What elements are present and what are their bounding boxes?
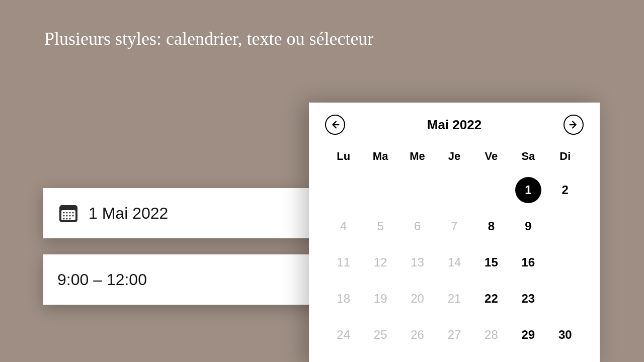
calendar-empty-cell <box>547 244 584 281</box>
calendar-day[interactable]: 9 <box>510 208 546 244</box>
calendar-day[interactable]: 22 <box>473 281 510 317</box>
calendar-day[interactable]: 8 <box>473 208 510 244</box>
calendar-empty-cell <box>473 172 510 208</box>
svg-point-11 <box>66 218 67 219</box>
calendar-empty-cell <box>436 172 472 208</box>
calendar-day[interactable]: 13 <box>399 244 436 281</box>
calendar-day[interactable]: 16 <box>510 244 546 281</box>
svg-point-2 <box>63 212 64 213</box>
weekday-header: Je <box>436 144 472 172</box>
calendar-day[interactable]: 14 <box>436 244 472 281</box>
svg-point-7 <box>66 215 67 216</box>
calendar-header: Mai 2022 <box>325 115 584 135</box>
calendar-empty-cell <box>547 208 584 244</box>
calendar-day[interactable]: 27 <box>436 317 472 353</box>
calendar-day[interactable]: 25 <box>362 317 398 353</box>
svg-point-9 <box>72 215 73 216</box>
svg-point-5 <box>72 212 73 213</box>
calendar-empty-cell <box>547 281 584 317</box>
svg-point-6 <box>63 215 64 216</box>
calendar-day[interactable]: 28 <box>473 317 510 353</box>
next-month-button[interactable] <box>564 115 584 135</box>
calendar-day[interactable]: 4 <box>325 208 362 244</box>
weekday-header: Ma <box>362 144 398 172</box>
time-value: 9:00 – 12:00 <box>57 270 329 289</box>
calendar-day[interactable]: 12 <box>362 244 398 281</box>
calendar-day[interactable]: 30 <box>547 317 584 353</box>
calendar-month-label: Mai 2022 <box>427 117 481 133</box>
calendar-day[interactable]: 2 <box>547 172 584 208</box>
calendar-day[interactable]: 19 <box>362 281 398 317</box>
calendar-day[interactable]: 29 <box>510 317 546 353</box>
calendar-day[interactable]: 21 <box>436 281 472 317</box>
calendar-day[interactable]: 7 <box>436 208 472 244</box>
calendar-day[interactable]: 26 <box>399 317 436 353</box>
calendar-day[interactable]: 23 <box>510 281 546 317</box>
calendar-day[interactable]: 1 <box>510 172 546 208</box>
calendar-day[interactable]: 24 <box>325 317 362 353</box>
calendar-panel: Mai 2022 LuMaMeJeVeSaDi12456789111213141… <box>309 103 600 362</box>
svg-point-4 <box>69 212 70 213</box>
svg-point-10 <box>63 218 64 219</box>
calendar-day[interactable]: 11 <box>325 244 362 281</box>
calendar-empty-cell <box>362 172 398 208</box>
calendar-empty-cell <box>325 172 362 208</box>
svg-point-12 <box>69 218 70 219</box>
page-title: Plusieurs styles: calendrier, texte ou s… <box>44 28 373 49</box>
date-value: 1 Mai 2022 <box>89 204 329 223</box>
prev-month-button[interactable] <box>325 115 345 135</box>
weekday-header: Sa <box>510 144 546 172</box>
calendar-icon <box>57 202 79 224</box>
calendar-day[interactable]: 6 <box>399 208 436 244</box>
weekday-header: Me <box>399 144 436 172</box>
svg-point-3 <box>66 212 67 213</box>
calendar-day[interactable]: 15 <box>473 244 510 281</box>
calendar-empty-cell <box>399 172 436 208</box>
weekday-header: Lu <box>325 144 362 172</box>
weekday-header: Ve <box>473 144 510 172</box>
calendar-grid: LuMaMeJeVeSaDi12456789111213141516181920… <box>325 144 584 353</box>
calendar-day[interactable]: 18 <box>325 281 362 317</box>
svg-point-8 <box>69 215 70 216</box>
weekday-header: Di <box>547 144 584 172</box>
calendar-day[interactable]: 5 <box>362 208 398 244</box>
calendar-day[interactable]: 20 <box>399 281 436 317</box>
